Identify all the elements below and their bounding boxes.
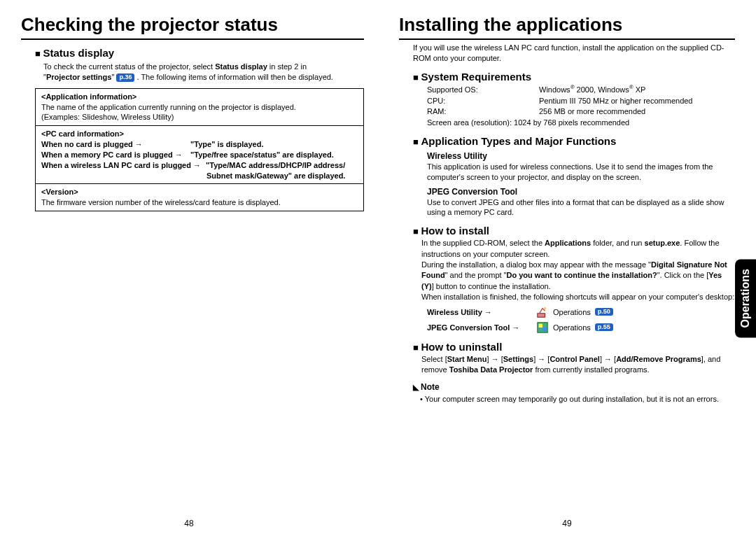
side-tab-operations: Operations <box>735 259 756 337</box>
app-info-cell: <Application information> The name of th… <box>36 88 364 126</box>
right-intro: If you will use the wireless LAN PC card… <box>413 43 735 64</box>
svg-rect-0 <box>538 313 545 316</box>
status-display-heading: Status display <box>35 47 364 59</box>
info-table: <Application information> The name of th… <box>35 88 364 211</box>
shortcut-jpeg: JPEG Conversion Tool → Operations p.55 <box>427 321 735 334</box>
right-title: Installing the applications <box>399 14 735 40</box>
page-number-right: 49 <box>378 519 756 528</box>
left-title: Checking the projector status <box>21 14 364 40</box>
wireless-utility-text: This application is used for wireless co… <box>427 162 735 183</box>
apps-heading: Application Types and Major Functions <box>413 135 735 147</box>
sysreq-block: Supported OS:Windows® 2000, Windows® XP … <box>427 84 735 128</box>
status-intro: To check the current status of the proje… <box>43 62 364 83</box>
svg-rect-4 <box>542 328 546 331</box>
note-heading: Note <box>413 382 735 392</box>
version-cell: <Version> The firmware version number of… <box>36 184 364 211</box>
uninstall-text: Select [Start Menu] → [Settings] → [Cont… <box>421 354 735 376</box>
note-bullet: • Your computer screen may temporarily g… <box>420 395 735 403</box>
right-page: Installing the applications If you will … <box>399 14 735 403</box>
wireless-utility-title: Wireless Utility <box>427 151 735 161</box>
page-ref-50: p.50 <box>595 308 613 316</box>
page-ref-36: p.36 <box>116 73 134 82</box>
uninstall-heading: How to uninstall <box>413 341 735 353</box>
page-number-left: 48 <box>0 519 378 528</box>
jpeg-tool-text: Use to convert JPEG and other files into… <box>427 197 735 218</box>
left-page: Checking the projector status Status dis… <box>21 14 364 403</box>
install-paragraph: In the supplied CD-ROM, select the Appli… <box>421 238 735 302</box>
svg-point-1 <box>544 307 547 309</box>
jpeg-tool-title: JPEG Conversion Tool <box>427 187 735 197</box>
page-ref-55: p.55 <box>595 323 613 332</box>
install-heading: How to install <box>413 225 735 237</box>
shortcut-wireless: Wireless Utility → Operations p.50 <box>427 306 735 318</box>
page-numbers: 48 49 <box>0 519 756 528</box>
jpeg-tool-icon <box>536 321 549 334</box>
wireless-utility-icon <box>536 306 549 318</box>
pc-card-info-cell: <PC card information> When no card is pl… <box>36 126 364 184</box>
svg-rect-3 <box>539 323 542 327</box>
sysreq-heading: System Requirements <box>413 71 735 83</box>
